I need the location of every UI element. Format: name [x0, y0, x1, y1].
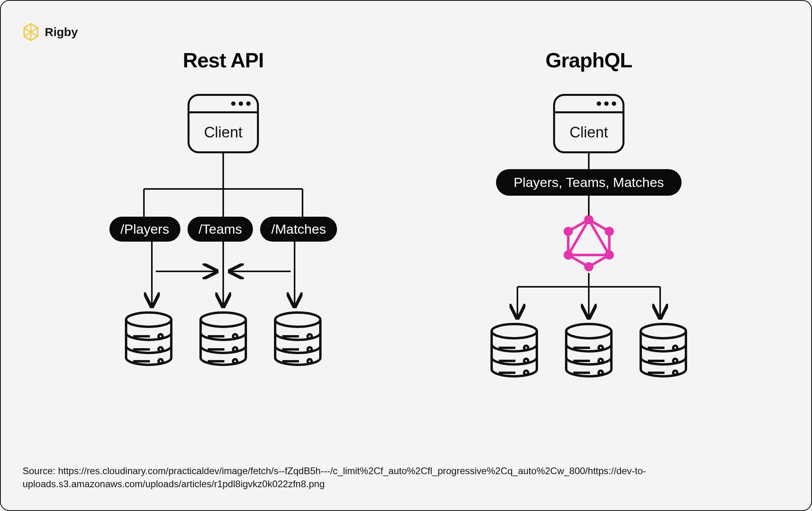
- brand-logo: Rigby: [23, 23, 78, 42]
- rest-column: Rest API Client /Players /Teams /Matches: [96, 48, 350, 380]
- svg-point-50: [524, 371, 529, 375]
- client-window-header: [190, 96, 257, 113]
- svg-point-19: [233, 334, 237, 339]
- svg-point-58: [641, 324, 686, 338]
- svg-point-12: [159, 334, 163, 339]
- svg-point-37: [564, 250, 573, 259]
- svg-point-44: [492, 324, 537, 338]
- svg-point-28: [308, 347, 312, 352]
- svg-point-53: [599, 346, 603, 350]
- svg-point-14: [159, 347, 163, 352]
- svg-point-62: [673, 359, 678, 363]
- logo-icon: [23, 23, 39, 42]
- source-text: Source: https://res.cloudinary.com/pract…: [23, 465, 789, 490]
- diagram: Rest API Client /Players /Teams /Matches: [1, 48, 811, 380]
- svg-point-64: [673, 371, 678, 375]
- svg-point-16: [159, 359, 163, 364]
- svg-point-60: [673, 346, 678, 350]
- connector-fanout: [96, 153, 350, 217]
- svg-point-46: [524, 346, 529, 350]
- svg-point-55: [599, 359, 603, 363]
- brand-name: Rigby: [45, 25, 78, 39]
- graphql-query-pill: Players, Teams, Matches: [496, 169, 681, 196]
- endpoint-pill: /Matches: [260, 217, 337, 242]
- database-icon: [559, 320, 619, 380]
- client-window-header: [555, 96, 622, 113]
- svg-point-10: [126, 313, 171, 327]
- svg-point-24: [275, 313, 320, 327]
- graphql-db-row: [485, 320, 693, 380]
- graphql-title: GraphQL: [546, 48, 632, 72]
- connector-fanout-down: [462, 273, 716, 320]
- client-box: Client: [553, 94, 624, 153]
- svg-point-21: [233, 347, 237, 352]
- svg-point-35: [605, 250, 614, 259]
- graphql-column: GraphQL Client Players, Teams, Matches: [462, 48, 716, 380]
- svg-point-38: [564, 227, 573, 236]
- endpoint-pill: /Players: [109, 217, 180, 242]
- svg-point-48: [524, 359, 529, 363]
- endpoint-pill: /Teams: [188, 217, 253, 242]
- svg-point-26: [308, 334, 312, 339]
- database-icon: [119, 309, 178, 368]
- rest-title: Rest API: [183, 48, 264, 72]
- graphql-icon: [563, 215, 615, 273]
- svg-point-34: [605, 227, 614, 236]
- svg-point-36: [584, 262, 593, 271]
- database-icon: [268, 309, 327, 368]
- database-icon: [634, 320, 693, 380]
- svg-point-30: [308, 359, 312, 364]
- client-box: Client: [188, 94, 259, 153]
- rest-db-row: [119, 309, 327, 368]
- client-label: Client: [569, 113, 608, 151]
- database-icon: [193, 309, 253, 368]
- svg-point-57: [599, 371, 603, 375]
- svg-point-23: [233, 359, 237, 364]
- connector-line: [462, 196, 716, 215]
- connector-line: [462, 153, 716, 169]
- client-label: Client: [204, 113, 242, 151]
- rest-endpoint-row: /Players /Teams /Matches: [109, 217, 337, 242]
- connector-rest-down: [96, 242, 350, 309]
- svg-point-17: [201, 313, 246, 327]
- database-icon: [485, 320, 544, 380]
- svg-point-51: [566, 324, 611, 338]
